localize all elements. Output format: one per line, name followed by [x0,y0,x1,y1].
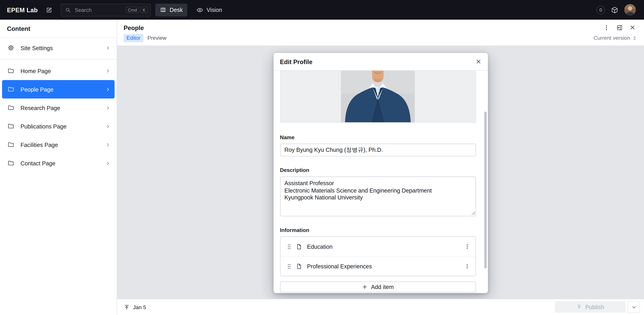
sidebar-item-home-page[interactable]: Home Page [0,61,117,80]
search-shortcut: Cmd K [126,7,148,13]
sidebar-item-label: Home Page [20,68,99,74]
sidebar-item-label: Facilities Page [20,141,99,148]
dialog-header: Edit Profile [274,53,488,71]
pane-close-button[interactable] [628,23,638,32]
close-icon [629,24,636,31]
item-label: Professional Experiences [307,263,462,269]
last-updated-label: Jan 5 [133,304,146,310]
publish-up-icon [576,304,582,310]
chevron-right-icon [105,105,111,110]
description-label: Description [280,167,476,173]
pane-menu-button[interactable] [601,23,611,32]
topbar: EPEM Lab Cmd K Desk Visi [0,0,644,20]
user-avatar[interactable] [624,4,636,15]
split-pane-button[interactable] [614,23,624,32]
drag-handle-icon[interactable] [285,261,293,272]
pane-actions [601,23,638,32]
chevron-down-icon [631,304,637,310]
document-icon [296,243,302,250]
information-label: Information [280,227,476,233]
sidebar-item-label: Contact Page [20,160,99,166]
resources-button[interactable] [611,6,618,13]
chevron-right-icon [105,86,111,92]
tool-tab-desk[interactable]: Desk [155,3,187,16]
vision-label: Vision [206,6,222,13]
chevron-right-icon [105,45,111,51]
sidebar-item-facilities-page[interactable]: Facilities Page [0,136,117,154]
add-item-button[interactable]: Add item [280,282,476,292]
information-item-education[interactable]: Education [280,237,475,256]
item-menu-button[interactable] [462,261,473,272]
document-pane: People [117,20,644,315]
gear-icon [8,44,14,51]
document-icon [296,263,302,269]
keycap-k: K [140,7,148,13]
scrollbar-thumb[interactable] [484,112,486,269]
sidebar-item-label: Research Page [20,104,99,111]
add-item-label: Add item [371,284,394,290]
profile-photo [341,71,415,122]
description-textarea[interactable]: Assistant Professor Electronic Materials… [280,176,476,216]
publish-menu-button[interactable] [628,302,640,313]
sidebar-item-publications-page[interactable]: Publications Page [0,117,117,135]
kebab-menu-icon [464,243,470,250]
profile-photo-field[interactable] [280,71,476,123]
package-icon [611,6,618,13]
split-pane-icon [616,24,623,31]
tab-preview[interactable]: Preview [144,34,169,42]
sidebar-divider [0,59,117,59]
kebab-menu-icon [464,263,470,269]
tasks-count-badge[interactable]: 0 [596,5,605,14]
desk-icon [160,6,166,13]
review-changes-button[interactable]: Jan 5 [124,304,146,310]
name-label: Name [280,134,476,140]
information-list: Education [280,237,476,276]
edit-profile-dialog: Edit Profile [274,53,488,293]
description-field: Assistant Professor Electronic Materials… [280,176,476,216]
drag-handle-icon[interactable] [285,241,293,252]
folder-icon [8,86,14,93]
folder-icon [8,67,14,74]
folder-icon [8,104,14,111]
search-icon [65,7,71,13]
compose-button[interactable] [42,3,56,16]
information-item-professional-experiences[interactable]: Professional Experiences [280,256,475,276]
sidebar-item-label: Publications Page [20,123,99,129]
version-selector[interactable]: Current version [594,35,638,41]
search-input[interactable] [74,6,123,13]
pane-header: People [117,20,644,46]
app-body: Content Site Settings Home Page [0,20,644,315]
kebab-menu-icon [603,24,610,31]
chevron-right-icon [105,123,111,129]
dialog-close-button[interactable] [472,55,484,68]
sidebar-title: Content [0,20,117,38]
dialog-body: Name Description Assistant Professor Ele… [274,71,488,293]
plus-icon [362,284,368,290]
eye-icon [196,6,203,13]
sidebar-item-site-settings[interactable]: Site Settings [0,38,117,57]
desk-label: Desk [170,6,183,13]
sidebar-item-contact-page[interactable]: Contact Page [0,154,117,172]
topbar-right: 0 [596,4,636,15]
sidebar-item-people-page[interactable]: People Page [2,80,115,98]
publish-button[interactable]: Publish [555,302,626,313]
name-input[interactable] [280,144,476,156]
publish-label: Publish [585,304,604,311]
workspace-title: EPEM Lab [7,6,38,13]
pane-canvas: Edit Profile [117,46,644,299]
chevron-right-icon [105,68,111,74]
publish-up-icon [124,304,130,310]
tab-editor[interactable]: Editor [124,34,143,42]
chevron-right-icon [105,142,111,147]
app-root: EPEM Lab Cmd K Desk Visi [0,0,644,315]
chevron-right-icon [105,160,111,166]
sidebar-item-research-page[interactable]: Research Page [0,98,117,117]
global-search: Cmd K [61,3,151,16]
item-menu-button[interactable] [462,241,473,252]
folder-icon [8,123,14,130]
keycap-cmd: Cmd [126,7,139,13]
tool-tab-vision[interactable]: Vision [192,3,226,16]
close-icon [475,58,482,65]
folder-icon [8,141,14,148]
content-sidebar: Content Site Settings Home Page [0,20,117,315]
